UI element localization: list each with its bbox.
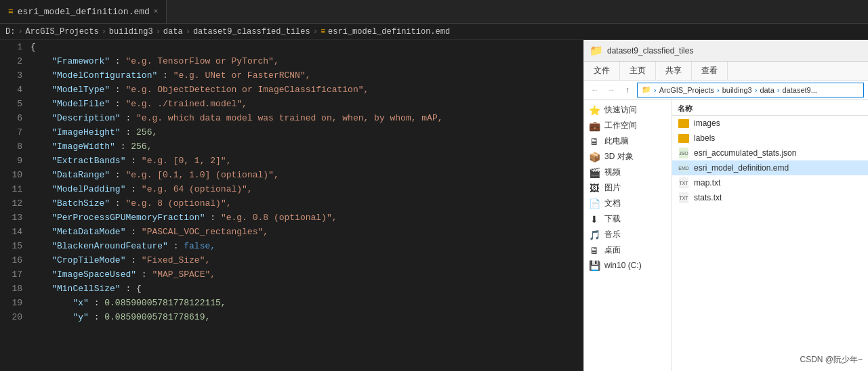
line-number: 4 (5, 83, 22, 97)
left-panel-item[interactable]: 📄文档 (584, 196, 671, 211)
file-item[interactable]: images (672, 116, 868, 131)
line-number: 20 (5, 310, 22, 324)
explorer-titlebar: 📁 dataset9_classfied_tiles (584, 40, 868, 62)
file-item[interactable]: labels (672, 131, 868, 146)
address-part3: data (760, 86, 774, 94)
left-item-icon: 🖼 (588, 183, 600, 194)
line-number: 14 (5, 225, 22, 239)
line-number: 2 (5, 54, 22, 68)
file-item-name: images (694, 118, 720, 128)
line-number: 11 (5, 182, 22, 196)
left-panel-item[interactable]: ⬇下载 (584, 211, 671, 227)
explorer-title: dataset9_classfied_tiles (607, 46, 863, 56)
file-item[interactable]: EMDesri_model_definition.emd (672, 160, 868, 175)
code-line: "Framework" : "e.g. TensorFlow or PyTorc… (30, 54, 583, 68)
code-line: "ModelConfiguration" : "e.g. UNet or Fas… (30, 68, 583, 83)
left-panel-item[interactable]: 🖼图片 (584, 180, 671, 196)
left-item-label: 下载 (604, 213, 621, 225)
breadcrumb-part4: dataset9_classfied_tiles (193, 27, 310, 37)
main-area: 1234567891011121314151617181920 { "Frame… (0, 40, 868, 371)
csdn-watermark: CSDN @阮少年~ (800, 354, 863, 366)
breadcrumb-part2: building3 (109, 27, 153, 37)
left-item-icon: ⭐ (588, 105, 600, 116)
file-item-icon: TXT (678, 192, 690, 203)
file-item[interactable]: JSOesri_accumulated_stats.json (672, 146, 868, 160)
toolbar-tab-共享[interactable]: 共享 (656, 62, 692, 80)
code-line: "DataRange" : "e.g. [0.1, 1.0] (optional… (30, 168, 583, 182)
tab-bar: ≡ esri_model_definition.emd × (0, 0, 868, 24)
code-line: "ExtractBands" : "e.g. [0, 1, 2]", (30, 154, 583, 168)
file-item[interactable]: TXTmap.txt (672, 175, 868, 190)
left-panel-item[interactable]: ⭐快速访问 (584, 102, 671, 118)
file-item-icon (678, 133, 690, 144)
line-number: 19 (5, 296, 22, 310)
code-lines[interactable]: { "Framework" : "e.g. TensorFlow or PyTo… (30, 40, 583, 371)
explorer-content: ⭐快速访问💼工作空间🖥此电脑📦3D 对象🎬视频🖼图片📄文档⬇下载🎵音乐🖥桌面💾w… (584, 100, 868, 371)
breadcrumb-file: esri_model_definition.emd (328, 27, 450, 37)
nav-up-button[interactable]: ↑ (621, 83, 634, 97)
address-folder-icon: 📁 (642, 85, 651, 94)
code-line: "x" : 0.08590005781778122115, (30, 296, 583, 310)
code-line: { (30, 40, 583, 54)
line-number: 12 (5, 196, 22, 211)
code-line: "ImageSpaceUsed" : "MAP_SPACE", (30, 267, 583, 282)
toolbar-tab-查看[interactable]: 查看 (692, 62, 728, 80)
left-item-icon: 🎬 (588, 167, 600, 178)
code-line: "MinCellSize" : { (30, 282, 583, 296)
file-explorer: 📁 dataset9_classfied_tiles 文件主页共享查看 ← → … (583, 40, 868, 371)
code-line: "BatchSize" : "e.g. 8 (optional)", (30, 196, 583, 211)
address-part4: dataset9... (782, 86, 817, 94)
file-item-icon: TXT (678, 177, 690, 188)
address-part1: ArcGIS_Projects (659, 86, 714, 94)
left-panel-item[interactable]: 🎵音乐 (584, 227, 671, 242)
line-number: 7 (5, 125, 22, 139)
left-item-icon: 🖥 (588, 136, 600, 147)
left-panel-item[interactable]: 💼工作空间 (584, 118, 671, 133)
left-item-label: 音乐 (604, 229, 621, 240)
active-tab[interactable]: ≡ esri_model_definition.emd × (0, 0, 167, 23)
left-item-label: 3D 对象 (604, 151, 634, 162)
left-item-icon: 🖥 (588, 245, 600, 256)
line-number: 15 (5, 239, 22, 253)
file-item-name: esri_accumulated_stats.json (694, 148, 796, 158)
file-list: imageslabelsJSOesri_accumulated_stats.js… (672, 116, 868, 205)
line-number: 1 (5, 40, 22, 54)
left-panel-item[interactable]: 🖥桌面 (584, 242, 671, 258)
line-number: 8 (5, 139, 22, 154)
toolbar-tab-主页[interactable]: 主页 (620, 62, 656, 80)
breadcrumb-part1: ArcGIS_Projects (26, 27, 99, 37)
left-panel-item[interactable]: 🎬视频 (584, 165, 671, 180)
left-panel-item[interactable]: 💾win10 (C:) (584, 258, 671, 273)
code-line: "MetaDataMode" : "PASCAL_VOC_rectangles"… (30, 225, 583, 239)
left-panel-item[interactable]: 🖥此电脑 (584, 133, 671, 149)
code-line: "Description" : "e.g. which data model w… (30, 111, 583, 125)
file-tab-icon: ≡ (8, 7, 14, 17)
code-line: "CropTileMode" : "Fixed_Size", (30, 253, 583, 267)
left-item-label: 视频 (604, 167, 621, 178)
left-item-label: 图片 (604, 182, 621, 194)
file-item-name: esri_model_definition.emd (694, 163, 789, 173)
tab-close-button[interactable]: × (154, 7, 159, 16)
file-item-icon: EMD (678, 162, 690, 173)
left-item-label: 此电脑 (604, 135, 629, 147)
file-item-icon: JSO (678, 148, 690, 158)
file-item[interactable]: TXTstats.txt (672, 190, 868, 205)
nav-forward-button[interactable]: → (604, 83, 618, 97)
address-path[interactable]: 📁 › ArcGIS_Projects › building3 › data ›… (637, 83, 864, 97)
code-line: "ModelFile" : "e.g. ./trained.model", (30, 97, 583, 111)
left-item-icon: 🎵 (588, 230, 600, 240)
left-item-label: 快速访问 (604, 104, 637, 116)
toolbar-tab-文件[interactable]: 文件 (584, 62, 620, 80)
left-item-icon: 💾 (588, 260, 600, 271)
line-number: 6 (5, 111, 22, 125)
left-item-label: win10 (C:) (604, 261, 642, 270)
line-numbers: 1234567891011121314151617181920 (0, 40, 30, 371)
code-line: "ImageHeight" : 256, (30, 125, 583, 139)
tab-filename: esri_model_definition.emd (18, 7, 150, 17)
line-number: 5 (5, 97, 22, 111)
left-panel: ⭐快速访问💼工作空间🖥此电脑📦3D 对象🎬视频🖼图片📄文档⬇下载🎵音乐🖥桌面💾w… (584, 100, 672, 371)
nav-back-button[interactable]: ← (588, 83, 602, 97)
left-panel-item[interactable]: 📦3D 对象 (584, 149, 671, 165)
code-content: 1234567891011121314151617181920 { "Frame… (0, 40, 583, 371)
left-item-label: 工作空间 (604, 120, 637, 131)
